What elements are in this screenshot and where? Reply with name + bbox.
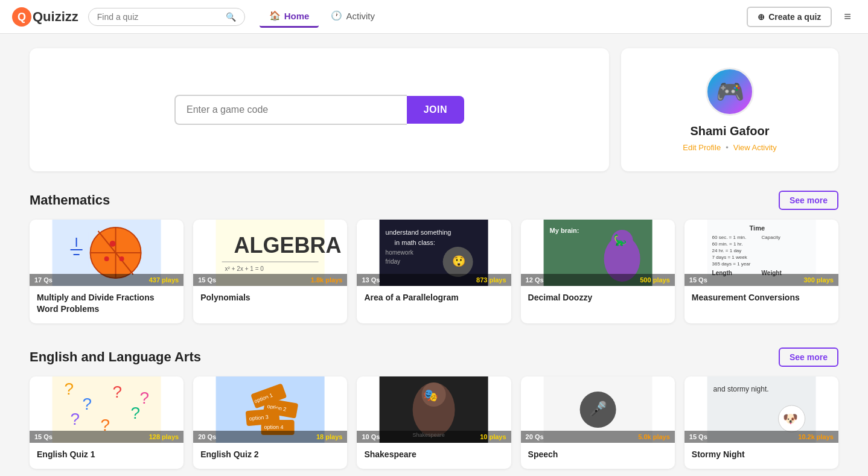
create-quiz-button[interactable]: ⊕ Create a quiz [747, 7, 832, 27]
quiz-meta-bar: 15 Qs 128 plays [30, 431, 183, 443]
quiz-plays: 128 plays [149, 433, 179, 440]
quiz-info: Stormy Night [685, 443, 838, 469]
logo-q-icon: Q [12, 7, 31, 27]
math-section-title: Mathematics [30, 192, 110, 208]
quiz-title: Measurement Conversions [692, 292, 831, 303]
profile-card: 🎮 Shami Gafoor Edit Profile • View Activ… [621, 48, 838, 171]
svg-text:?: ? [113, 382, 123, 401]
svg-text:homework: homework [386, 249, 414, 256]
quiz-questions: 13 Qs [362, 276, 380, 284]
quiz-thumbnail: 17 Qs 437 plays [30, 220, 183, 286]
svg-text:x² + 2x + 1 = 0: x² + 2x + 1 = 0 [225, 265, 264, 272]
quiz-plays: 1.8k plays [311, 276, 343, 284]
quiz-plays: 873 plays [476, 276, 506, 284]
svg-point-8 [104, 256, 109, 261]
english-section-header: English and Language Arts See more [30, 347, 838, 367]
quiz-info: Speech [521, 443, 675, 469]
quiz-questions: 12 Qs [526, 276, 544, 284]
quiz-meta-bar: 17 Qs 437 plays [30, 274, 183, 286]
game-code-input[interactable] [174, 95, 407, 125]
svg-point-6 [110, 241, 116, 247]
svg-text:friday: friday [386, 258, 400, 265]
quiz-meta-bar: 20 Qs 5.0k plays [521, 431, 675, 443]
activity-icon: 🕐 [331, 10, 342, 21]
quiz-meta-bar: 15 Qs 1.8k plays [193, 274, 347, 286]
quiz-card[interactable]: ALGEBRA x² + 2x + 1 = 0 15 Qs 1.8k plays… [193, 220, 347, 323]
nav-activity[interactable]: 🕐 Activity [321, 5, 385, 28]
nav-home[interactable]: 🏠 Home [260, 5, 319, 28]
svg-text:Time: Time [749, 224, 764, 232]
logo[interactable]: Q Quizizz [12, 7, 78, 27]
nav-links: 🏠 Home 🕐 Activity [260, 5, 385, 28]
svg-text:60 min. = 1 hr.: 60 min. = 1 hr. [712, 241, 742, 247]
quiz-thumbnail: and stormy night. 🐶 15 Qs 10.2k plays [685, 376, 838, 443]
nav-activity-label: Activity [346, 11, 375, 21]
quiz-plays: 5.0k plays [638, 433, 670, 440]
join-button[interactable]: JOIN [407, 96, 464, 124]
quiz-thumbnail: Time 60 sec. = 1 min. 60 min. = 1 hr. 24… [685, 220, 838, 286]
svg-text:365 days = 1 year: 365 days = 1 year [712, 261, 750, 267]
quiz-meta-bar: 15 Qs 10.2k plays [685, 431, 838, 443]
join-form: JOIN [174, 95, 464, 125]
quiz-info: Decimal Doozzy [521, 286, 675, 312]
quiz-thumbnail: understand something in math class: home… [357, 220, 511, 286]
quiz-title: Polynomials [200, 292, 340, 303]
quiz-card[interactable]: 🎤 20 Qs 5.0k plays Speech [521, 376, 675, 469]
quiz-card[interactable]: understand something in math class: home… [357, 220, 511, 323]
search-input[interactable] [97, 12, 222, 22]
quiz-info: Shakespeare [357, 443, 511, 469]
quiz-questions: 20 Qs [198, 433, 216, 440]
edit-profile-link[interactable]: Edit Profile [683, 143, 721, 152]
quiz-info: Area of a Parallelogram [357, 286, 511, 312]
profile-links: Edit Profile • View Activity [683, 143, 776, 152]
math-quiz-grid: 17 Qs 437 plays Multiply and Divide Frac… [30, 220, 838, 323]
quiz-questions: 20 Qs [526, 433, 544, 440]
quiz-meta-bar: 10 Qs 10 plays [357, 431, 511, 443]
svg-text:🐶: 🐶 [782, 411, 797, 426]
svg-text:😲: 😲 [452, 255, 466, 268]
quiz-card[interactable]: Time 60 sec. = 1 min. 60 min. = 1 hr. 24… [685, 220, 838, 323]
svg-text:?: ? [71, 410, 80, 428]
logo-text: Quizizz [33, 9, 78, 25]
quiz-questions: 15 Qs [689, 276, 707, 284]
quiz-plays: 300 plays [803, 276, 834, 284]
menu-button[interactable]: ≡ [839, 7, 856, 26]
quiz-info: Measurement Conversions [685, 286, 838, 312]
quiz-card[interactable]: 🎭 Shakespeare 10 Qs 10 plays Shakespeare [357, 376, 511, 469]
svg-text:?: ? [83, 395, 92, 413]
english-see-more-button[interactable]: See more [779, 347, 838, 367]
quiz-questions: 10 Qs [362, 433, 380, 440]
quiz-card[interactable]: option 1 option 2 option 3 option 4 20 Q… [193, 376, 347, 469]
svg-text:?: ? [131, 404, 141, 422]
math-see-more-button[interactable]: See more [779, 191, 838, 210]
english-section-title: English and Language Arts [30, 349, 201, 365]
svg-text:🎭: 🎭 [423, 388, 438, 402]
svg-text:Capacity: Capacity [761, 235, 780, 240]
profile-dot: • [726, 143, 729, 152]
quiz-questions: 15 Qs [34, 433, 53, 440]
quiz-meta-bar: 12 Qs 500 plays [521, 274, 675, 286]
avatar: 🎮 [706, 68, 754, 116]
quiz-card[interactable]: My brain: 🦕 12 Qs 500 plays Decimal Dooz… [521, 220, 675, 323]
english-quiz-grid: ? ? ? ? ? ? ? 15 Qs 128 plays English Qu… [30, 376, 838, 469]
quiz-thumbnail: 🎭 Shakespeare 10 Qs 10 plays [357, 376, 511, 443]
quiz-title: Shakespeare [364, 449, 503, 460]
quiz-title: English Quiz 1 [37, 449, 176, 460]
profile-name: Shami Gafoor [690, 124, 769, 138]
svg-text:in math class:: in math class: [395, 239, 435, 246]
quiz-card[interactable]: 17 Qs 437 plays Multiply and Divide Frac… [30, 220, 183, 323]
join-card: JOIN [30, 48, 609, 171]
view-activity-link[interactable]: View Activity [733, 143, 777, 152]
svg-text:and stormy night.: and stormy night. [713, 385, 768, 393]
quiz-title: English Quiz 2 [200, 449, 340, 460]
quiz-questions: 15 Qs [689, 433, 707, 440]
quiz-thumbnail: 🎤 20 Qs 5.0k plays [521, 376, 675, 443]
svg-text:option 4: option 4 [264, 424, 284, 430]
home-icon: 🏠 [269, 10, 281, 21]
plus-icon: ⊕ [758, 12, 765, 22]
quiz-card[interactable]: and stormy night. 🐶 15 Qs 10.2k plays St… [685, 376, 838, 469]
quiz-card[interactable]: ? ? ? ? ? ? ? 15 Qs 128 plays English Qu… [30, 376, 183, 469]
svg-text:ALGEBRA: ALGEBRA [234, 233, 342, 258]
quiz-thumbnail: option 1 option 2 option 3 option 4 20 Q… [193, 376, 347, 443]
quiz-info: Multiply and Divide Fractions Word Probl… [30, 286, 183, 323]
